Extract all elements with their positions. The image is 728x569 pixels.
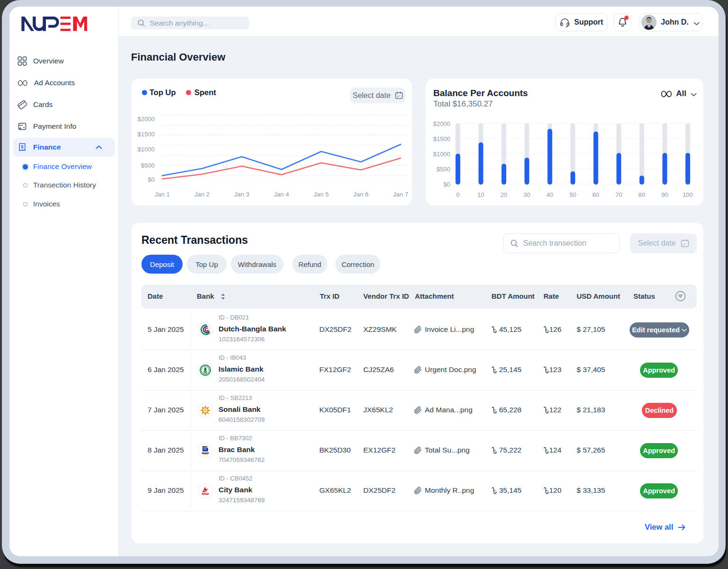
svg-text:$1500: $1500: [433, 135, 450, 142]
svg-text:Jan 2: Jan 2: [194, 191, 210, 198]
svg-text:90: 90: [661, 191, 668, 198]
svg-text:$500: $500: [437, 166, 450, 173]
svg-text:10: 10: [477, 191, 484, 198]
svg-text:Jan 5: Jan 5: [314, 191, 329, 198]
svg-text:Jan 3: Jan 3: [234, 191, 249, 198]
svg-text:$2000: $2000: [433, 120, 450, 127]
svg-text:$1000: $1000: [433, 151, 450, 158]
svg-text:60: 60: [592, 191, 599, 198]
svg-text:city bank: city bank: [202, 493, 208, 495]
svg-text:$2000: $2000: [138, 116, 155, 123]
svg-text:Jan 1: Jan 1: [155, 191, 170, 198]
svg-text:$0: $0: [444, 181, 450, 188]
svg-text:$0: $0: [148, 176, 155, 183]
svg-text:40: 40: [546, 191, 553, 198]
svg-text:$1500: $1500: [138, 131, 155, 138]
svg-text:Jan 7: Jan 7: [393, 191, 408, 198]
svg-text:20: 20: [500, 191, 507, 198]
svg-text:Jan 4: Jan 4: [274, 191, 289, 198]
svg-text:70: 70: [615, 191, 622, 198]
svg-text:100: 100: [683, 191, 693, 198]
svg-text:0: 0: [456, 191, 459, 198]
svg-text:Jan 6: Jan 6: [353, 191, 368, 198]
svg-text:30: 30: [524, 191, 530, 198]
svg-text:$1000: $1000: [138, 146, 155, 153]
svg-text:$500: $500: [141, 162, 155, 169]
svg-text:80: 80: [639, 191, 645, 198]
svg-text:50: 50: [570, 191, 576, 198]
